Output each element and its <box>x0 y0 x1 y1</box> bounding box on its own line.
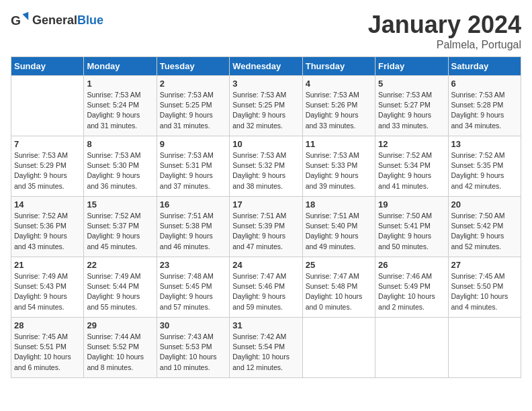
calendar-cell: 10Sunrise: 7:53 AMSunset: 5:32 PMDayligh… <box>230 136 302 197</box>
calendar-cell: 16Sunrise: 7:51 AMSunset: 5:38 PMDayligh… <box>157 197 229 257</box>
logo: G GeneralBlue <box>11 11 103 30</box>
calendar-cell: 28Sunrise: 7:45 AMSunset: 5:51 PMDayligh… <box>11 318 84 378</box>
day-info: Sunrise: 7:53 AMSunset: 5:33 PMDaylight:… <box>306 150 372 191</box>
calendar-cell: 27Sunrise: 7:45 AMSunset: 5:50 PMDayligh… <box>448 257 521 318</box>
day-number: 7 <box>14 139 81 149</box>
calendar-cell: 11Sunrise: 7:53 AMSunset: 5:33 PMDayligh… <box>302 136 375 197</box>
days-header-row: SundayMondayTuesdayWednesdayThursdayFrid… <box>11 57 521 76</box>
day-info: Sunrise: 7:44 AMSunset: 5:52 PMDaylight:… <box>87 332 153 373</box>
day-info: Sunrise: 7:49 AMSunset: 5:43 PMDaylight:… <box>14 271 81 312</box>
day-of-week-monday: Monday <box>84 57 157 76</box>
calendar-cell: 29Sunrise: 7:44 AMSunset: 5:52 PMDayligh… <box>84 318 157 378</box>
day-info: Sunrise: 7:42 AMSunset: 5:54 PMDaylight:… <box>232 332 299 373</box>
day-number: 21 <box>14 260 81 270</box>
day-of-week-wednesday: Wednesday <box>230 57 302 76</box>
calendar-cell: 4Sunrise: 7:53 AMSunset: 5:26 PMDaylight… <box>302 76 375 136</box>
week-row-5: 28Sunrise: 7:45 AMSunset: 5:51 PMDayligh… <box>11 318 521 378</box>
calendar-cell: 24Sunrise: 7:47 AMSunset: 5:46 PMDayligh… <box>230 257 302 318</box>
day-number: 12 <box>378 139 445 149</box>
day-info: Sunrise: 7:47 AMSunset: 5:48 PMDaylight:… <box>306 271 372 312</box>
day-number: 19 <box>378 199 445 210</box>
day-number: 10 <box>232 139 299 149</box>
week-row-2: 7Sunrise: 7:53 AMSunset: 5:29 PMDaylight… <box>11 136 521 197</box>
day-number: 5 <box>378 79 445 89</box>
day-number: 31 <box>232 320 299 330</box>
calendar-cell: 22Sunrise: 7:49 AMSunset: 5:44 PMDayligh… <box>84 257 157 318</box>
day-number: 29 <box>87 320 153 330</box>
svg-marker-1 <box>23 12 29 20</box>
day-info: Sunrise: 7:51 AMSunset: 5:39 PMDaylight:… <box>232 211 299 252</box>
day-info: Sunrise: 7:43 AMSunset: 5:53 PMDaylight:… <box>160 332 226 373</box>
day-number: 3 <box>232 79 299 89</box>
day-info: Sunrise: 7:52 AMSunset: 5:37 PMDaylight:… <box>87 211 153 252</box>
day-info: Sunrise: 7:47 AMSunset: 5:46 PMDaylight:… <box>232 271 299 312</box>
day-number: 13 <box>451 139 518 149</box>
day-number: 6 <box>451 79 518 89</box>
day-of-week-friday: Friday <box>375 57 448 76</box>
day-info: Sunrise: 7:53 AMSunset: 5:25 PMDaylight:… <box>232 90 299 131</box>
calendar-cell: 23Sunrise: 7:48 AMSunset: 5:45 PMDayligh… <box>157 257 229 318</box>
day-number: 27 <box>451 260 518 270</box>
day-info: Sunrise: 7:53 AMSunset: 5:32 PMDaylight:… <box>232 150 299 191</box>
day-number: 24 <box>232 260 299 270</box>
week-row-1: 1Sunrise: 7:53 AMSunset: 5:24 PMDaylight… <box>11 76 521 136</box>
day-number: 28 <box>14 320 81 330</box>
calendar-table: SundayMondayTuesdayWednesdayThursdayFrid… <box>11 56 521 378</box>
day-number: 15 <box>87 199 153 210</box>
day-number: 16 <box>160 199 226 210</box>
day-number: 9 <box>160 139 226 149</box>
day-number: 8 <box>87 139 153 149</box>
title-section: January 2024 Palmela, Portugal <box>368 11 521 51</box>
day-info: Sunrise: 7:53 AMSunset: 5:28 PMDaylight:… <box>451 90 518 131</box>
calendar-cell: 9Sunrise: 7:53 AMSunset: 5:31 PMDaylight… <box>157 136 229 197</box>
day-of-week-saturday: Saturday <box>448 57 521 76</box>
day-info: Sunrise: 7:46 AMSunset: 5:49 PMDaylight:… <box>378 271 445 312</box>
calendar-cell: 5Sunrise: 7:53 AMSunset: 5:27 PMDaylight… <box>375 76 448 136</box>
calendar-cell: 1Sunrise: 7:53 AMSunset: 5:24 PMDaylight… <box>84 76 157 136</box>
day-of-week-sunday: Sunday <box>11 57 84 76</box>
calendar-cell: 31Sunrise: 7:42 AMSunset: 5:54 PMDayligh… <box>230 318 302 378</box>
day-number: 1 <box>87 79 153 89</box>
calendar-cell: 30Sunrise: 7:43 AMSunset: 5:53 PMDayligh… <box>157 318 229 378</box>
day-number: 25 <box>306 260 372 270</box>
month-title: January 2024 <box>368 11 521 39</box>
calendar-cell: 7Sunrise: 7:53 AMSunset: 5:29 PMDaylight… <box>11 136 84 197</box>
week-row-4: 21Sunrise: 7:49 AMSunset: 5:43 PMDayligh… <box>11 257 521 318</box>
calendar-cell: 3Sunrise: 7:53 AMSunset: 5:25 PMDaylight… <box>230 76 302 136</box>
calendar-cell <box>448 318 521 378</box>
day-number: 30 <box>160 320 226 330</box>
calendar-cell: 17Sunrise: 7:51 AMSunset: 5:39 PMDayligh… <box>230 197 302 257</box>
day-info: Sunrise: 7:52 AMSunset: 5:36 PMDaylight:… <box>14 211 81 252</box>
day-info: Sunrise: 7:52 AMSunset: 5:35 PMDaylight:… <box>451 150 518 191</box>
logo-wordmark: GeneralBlue <box>32 13 103 28</box>
calendar-cell: 6Sunrise: 7:53 AMSunset: 5:28 PMDaylight… <box>448 76 521 136</box>
calendar-cell <box>11 76 84 136</box>
day-info: Sunrise: 7:45 AMSunset: 5:50 PMDaylight:… <box>451 271 518 312</box>
day-number: 2 <box>160 79 226 89</box>
page-header: G GeneralBlue January 2024 Palmela, Port… <box>11 11 521 51</box>
day-number: 18 <box>306 199 372 210</box>
day-info: Sunrise: 7:53 AMSunset: 5:30 PMDaylight:… <box>87 150 153 191</box>
calendar-cell: 18Sunrise: 7:51 AMSunset: 5:40 PMDayligh… <box>302 197 375 257</box>
calendar-cell: 14Sunrise: 7:52 AMSunset: 5:36 PMDayligh… <box>11 197 84 257</box>
day-info: Sunrise: 7:53 AMSunset: 5:31 PMDaylight:… <box>160 150 226 191</box>
location-title: Palmela, Portugal <box>368 39 521 51</box>
week-row-3: 14Sunrise: 7:52 AMSunset: 5:36 PMDayligh… <box>11 197 521 257</box>
day-of-week-thursday: Thursday <box>302 57 375 76</box>
day-info: Sunrise: 7:52 AMSunset: 5:34 PMDaylight:… <box>378 150 445 191</box>
calendar-cell: 13Sunrise: 7:52 AMSunset: 5:35 PMDayligh… <box>448 136 521 197</box>
day-number: 23 <box>160 260 226 270</box>
day-info: Sunrise: 7:50 AMSunset: 5:41 PMDaylight:… <box>378 211 445 252</box>
day-number: 11 <box>306 139 372 149</box>
calendar-cell: 26Sunrise: 7:46 AMSunset: 5:49 PMDayligh… <box>375 257 448 318</box>
day-number: 17 <box>232 199 299 210</box>
calendar-cell <box>302 318 375 378</box>
day-info: Sunrise: 7:53 AMSunset: 5:29 PMDaylight:… <box>14 150 81 191</box>
calendar-cell <box>375 318 448 378</box>
day-info: Sunrise: 7:51 AMSunset: 5:40 PMDaylight:… <box>306 211 372 252</box>
day-info: Sunrise: 7:49 AMSunset: 5:44 PMDaylight:… <box>87 271 153 312</box>
calendar-cell: 25Sunrise: 7:47 AMSunset: 5:48 PMDayligh… <box>302 257 375 318</box>
logo-blue-text: Blue <box>77 13 103 27</box>
day-info: Sunrise: 7:53 AMSunset: 5:25 PMDaylight:… <box>160 90 226 131</box>
day-info: Sunrise: 7:53 AMSunset: 5:27 PMDaylight:… <box>378 90 445 131</box>
